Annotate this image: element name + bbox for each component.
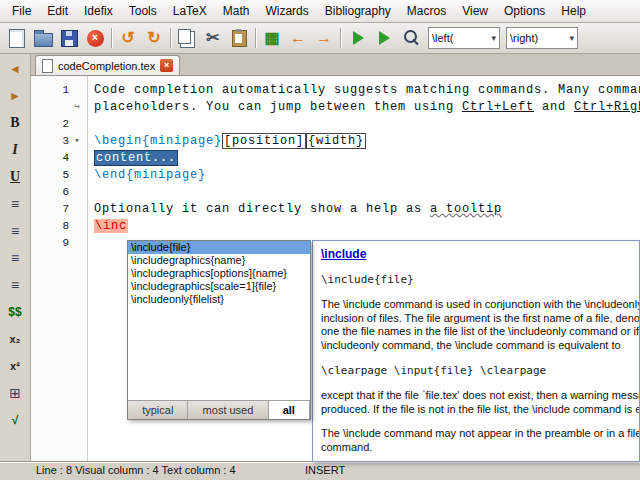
completion-item[interactable]: \include{file} [128,241,310,254]
paste-button[interactable] [226,25,252,51]
italic-button[interactable]: I [3,138,27,162]
close-circle-icon [87,30,104,47]
bold-button[interactable]: B [3,111,27,135]
line-number: 1 [31,82,69,99]
matrix-button[interactable]: ⊞ [3,381,27,405]
menu-options[interactable]: Options [496,1,553,21]
compile-button[interactable] [370,25,396,51]
log-panel-icon: ▦ [264,30,279,46]
sqrt-icon: √ [12,413,19,427]
help-text-line: command. [321,441,639,455]
completion-item[interactable]: \includegraphics[options]{name} [128,267,310,280]
open-file-button[interactable] [30,25,56,51]
gutter-row: 5 [31,167,87,184]
completion-tab-most-used[interactable]: most used [188,401,268,419]
close-file-button[interactable] [82,25,108,51]
menu-file[interactable]: File [4,1,39,21]
line-number: 5 [31,167,69,184]
gutter-row: 3▾ [31,133,87,150]
gutter-spacer [69,201,85,218]
environment-button[interactable]: ≡ [3,273,27,297]
expand-panel-button[interactable]: ► [3,84,27,108]
gutter-spacer [69,218,85,235]
chevron-down-icon: ▾ [569,33,574,43]
menu-help[interactable]: Help [553,1,594,21]
help-text-line: except that if the file `file.tex' does … [321,389,639,403]
code-segment: placeholders. You can jump between them … [94,100,462,114]
completion-tab-all[interactable]: all [269,401,311,419]
code-segment: Optionally it can directly show a help a… [94,202,430,216]
menu-tools[interactable]: Tools [121,1,165,21]
magnifier-icon [404,30,417,43]
toolbar: ↺↻✂▦←→ \left( ▾ \right) ▾ [0,23,640,54]
menu-edit[interactable]: Edit [39,1,76,21]
gutter-row: 1 [31,82,87,99]
undo-button[interactable]: ↺ [115,25,141,51]
open-folder-icon [34,33,53,47]
completion-item[interactable]: \includeonly{filelist} [128,293,310,306]
include-help-link[interactable]: \include [321,247,639,261]
bullet-list-icon: ≡ [11,196,19,212]
toolbar-separator [111,28,112,48]
back-button[interactable]: ← [285,25,311,51]
view-pdf-button[interactable] [396,25,422,51]
menu-bibliography[interactable]: Bibliography [317,1,399,21]
play-icon [353,31,364,45]
gutter-row: 9 [31,235,87,252]
save-file-button[interactable] [56,25,82,51]
redo-button[interactable]: ↻ [141,25,167,51]
menu-idefix[interactable]: Idefix [76,1,121,21]
bold-icon: B [10,115,19,131]
gutter-row: 7 [31,201,87,218]
itemize-button[interactable]: ≡ [3,192,27,216]
description-button[interactable]: ≡ [3,246,27,270]
quick-build-button[interactable] [344,25,370,51]
superscript-button[interactable]: x² [3,354,27,378]
underline-button[interactable]: U [3,165,27,189]
menu-latex[interactable]: LaTeX [165,1,215,21]
numbered-list-icon: ≡ [11,223,19,239]
menu-macros[interactable]: Macros [399,1,454,21]
sqrt-button[interactable]: √ [3,408,27,432]
new-file-button[interactable] [4,25,30,51]
line-number: 7 [31,201,69,218]
code-segment: {width} [306,133,366,149]
messages-log-button[interactable]: ▦ [259,25,285,51]
inline-math-button[interactable]: $$ [3,300,27,324]
copy-icon [178,29,191,44]
right-delimiter-dropdown[interactable]: \right) ▾ [506,27,578,49]
editor-line: placeholders. You can jump between them … [94,99,640,116]
fold-marker-icon[interactable]: ▾ [69,133,85,150]
collapse-panel-button[interactable]: ◄ [3,57,27,81]
dollar-math-icon: $$ [8,305,21,319]
help-tooltip: \include \include{file} The \include com… [312,240,640,462]
completion-item[interactable]: \includegraphics[scale=1]{file} [128,280,310,293]
save-icon [61,30,78,47]
code-segment: \inc [94,219,128,233]
menu-wizards[interactable]: Wizards [257,1,316,21]
completion-list: \include{file}\includegraphics{name}\inc… [128,241,310,400]
paste-icon [232,30,247,47]
line-number: 3 [31,133,69,150]
code-segment: [position] [222,133,306,149]
scissors-icon: ✂ [206,30,219,46]
completion-filter-tabs: typicalmost usedall [128,400,310,419]
tab-codecompletion[interactable]: codeCompletion.tex × [35,55,180,75]
forward-arrow-icon: → [316,30,332,46]
completion-item[interactable]: \includegraphics{name} [128,254,310,267]
left-delimiter-dropdown[interactable]: \left( ▾ [428,27,500,49]
completion-tab-typical[interactable]: typical [128,401,188,419]
enumerate-button[interactable]: ≡ [3,219,27,243]
cut-button[interactable]: ✂ [200,25,226,51]
menu-math[interactable]: Math [215,1,258,21]
help-code-example: \clearpage \input{file} \clearpage [321,364,639,377]
menu-view[interactable]: View [454,1,496,21]
help-paragraph: except that if the file `file.tex' does … [321,389,639,416]
right-delimiter-value: \right) [510,32,538,44]
subscript-button[interactable]: x₂ [3,327,27,351]
tab-close-icon[interactable]: × [160,59,173,72]
copy-button[interactable] [174,25,200,51]
line-number-gutter: 1↪23▾456789 [31,76,88,461]
line-number: 4 [31,150,69,167]
forward-button[interactable]: → [311,25,337,51]
